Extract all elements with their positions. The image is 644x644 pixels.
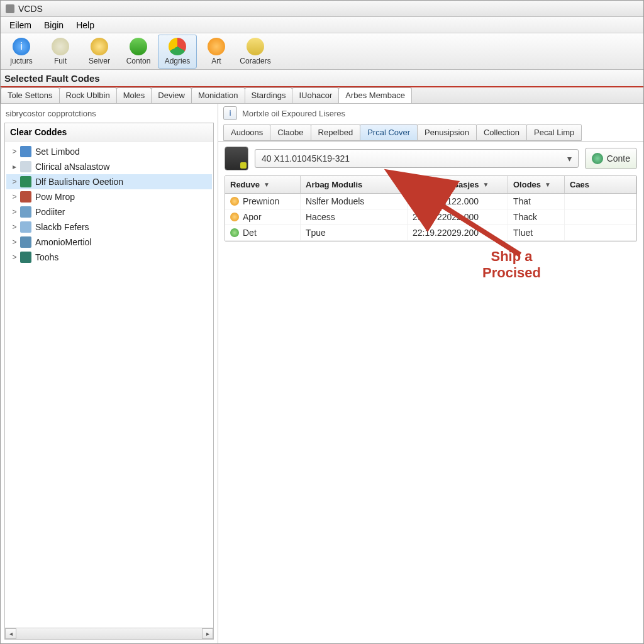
tree-expander-icon[interactable]: > (10, 253, 19, 262)
subtab-2[interactable]: Repelbed (311, 124, 361, 141)
tree-item-7[interactable]: >Toohs (6, 250, 212, 265)
toolbar-structures-button[interactable]: ijucturs (2, 35, 41, 69)
menu-help[interactable]: Help (70, 18, 101, 32)
dropdown-icon: ▼ (264, 181, 270, 188)
tree-expander-icon[interactable]: > (10, 223, 19, 231)
selector-row: 40 X11.01045K19-321 Conte (218, 142, 643, 175)
column-arbag[interactable]: Arbag Modulis (301, 176, 408, 193)
main-tab-7[interactable]: Arbes Membace (338, 87, 412, 103)
tree-panel: Clear Coddes >Set Limbod▸Clirical aNsala… (4, 123, 214, 640)
main-tab-strip: Tole SettonsRock UblbinMolesDeviewMonida… (1, 87, 643, 104)
toolbar-coraders-button[interactable]: Coraders (236, 35, 275, 69)
table-row[interactable]: DetTpue22:19.22029.200Tluet (225, 225, 636, 241)
info-icon: i (13, 38, 30, 55)
table-row[interactable]: AporHacess29.01 22022.000Thack (225, 209, 636, 225)
app-icon (6, 4, 14, 13)
tree-item-label: Podiiter (35, 207, 65, 217)
tree-item-label: Clirical aNsalastow (35, 162, 109, 172)
tree-expander-icon[interactable]: ▸ (10, 162, 19, 171)
scroll-track[interactable] (16, 628, 202, 639)
globe-icon (592, 153, 603, 164)
tree-item-label: Slackb Fefers (35, 222, 89, 232)
tree-item-6[interactable]: >AmonioMertiol (6, 235, 212, 250)
module-selector-combo[interactable]: 40 X11.01045K19-321 (255, 149, 579, 168)
dropdown-icon: ▼ (545, 181, 551, 188)
right-panel-label: i Mortxle oil Expoured Liseres (218, 104, 643, 123)
toolbar-server-button[interactable]: Seiver (80, 35, 119, 69)
main-tab-5[interactable]: Stardings (245, 87, 293, 103)
scroll-left-button[interactable]: ◂ (5, 628, 16, 639)
toolbar: ijucturs Fuit Seiver Conton Adgries Art … (1, 33, 643, 70)
tree-item-2[interactable]: >Dlf Baulishare Oeetion (6, 174, 212, 189)
status-icon (230, 228, 239, 237)
subtab-4[interactable]: Penusipsion (417, 124, 477, 141)
subtab-3[interactable]: Prcal Cover (360, 124, 418, 141)
window-title: VCDS (18, 4, 43, 14)
tree-expander-icon[interactable]: > (10, 177, 19, 186)
tree-node-icon (20, 221, 31, 233)
left-breadcrumb: sibrycostor copprotctions (1, 104, 218, 123)
menu-begin[interactable]: Bigin (38, 18, 70, 32)
column-uaf[interactable]: UAF Seell Sasjes▼ (408, 176, 508, 193)
tree-node-icon (20, 252, 31, 263)
tree-item-0[interactable]: >Set Limbod (6, 144, 212, 159)
right-pane: i Mortxle oil Expoured Liseres AudoonsCl… (218, 104, 643, 643)
tree-horizontal-scrollbar[interactable]: ◂ ▸ (5, 628, 213, 639)
module-chip-icon[interactable] (225, 147, 248, 170)
document-icon (247, 38, 264, 55)
app-window: VCDS Eilem Bigin Help ijucturs Fuit Seiv… (0, 0, 644, 644)
tree-item-label: Toohs (35, 252, 58, 262)
scroll-right-button[interactable]: ▸ (202, 628, 213, 639)
tree-expander-icon[interactable]: > (10, 192, 19, 201)
main-tab-4[interactable]: Monidation (191, 87, 245, 103)
subtab-5[interactable]: Collection (476, 124, 527, 141)
menu-file[interactable]: Eilem (3, 18, 38, 32)
tree-item-5[interactable]: >Slackb Fefers (6, 219, 212, 235)
info-mini-button[interactable]: i (223, 106, 237, 120)
tree-node-icon (20, 146, 31, 157)
dropdown-icon: ▼ (483, 181, 489, 188)
grid-header-row: Reduve▼ Arbag Modulis UAF Seell Sasjes▼ … (225, 176, 636, 194)
toolbar-fuit-button[interactable]: Fuit (41, 35, 80, 69)
toolbar-conton-button[interactable]: Conton (119, 35, 158, 69)
table-row[interactable]: PrewnionNslfer Moduels65:01.22122.000Tha… (225, 194, 636, 209)
main-tab-1[interactable]: Rock Ublbin (59, 87, 117, 103)
tree-header[interactable]: Clear Coddes (5, 123, 213, 142)
column-reduve[interactable]: Reduve▼ (225, 176, 301, 193)
main-tab-0[interactable]: Tole Settons (1, 87, 60, 103)
data-grid: Reduve▼ Arbag Modulis UAF Seell Sasjes▼ … (225, 175, 637, 242)
tree-node-icon (20, 236, 31, 248)
tree-body[interactable]: >Set Limbod▸Clirical aNsalastow>Dlf Baul… (5, 142, 213, 628)
context-button[interactable]: Conte (585, 148, 637, 169)
section-header: Selected Fault Codes (1, 70, 643, 87)
column-caes[interactable]: Caes (565, 176, 636, 193)
column-olodes[interactable]: Olodes▼ (508, 176, 565, 193)
subtab-6[interactable]: Pecal Limp (526, 124, 582, 141)
tree-expander-icon[interactable]: > (10, 208, 19, 216)
tree-item-3[interactable]: >Pow Mrop (6, 189, 212, 204)
tree-item-4[interactable]: >Podiiter (6, 204, 212, 219)
subtab-0[interactable]: Audoons (223, 124, 270, 141)
subtab-1[interactable]: Claobe (270, 124, 311, 141)
tree-node-icon (20, 161, 31, 172)
tree-node-icon (20, 206, 31, 218)
tree-item-label: Pow Mrop (35, 192, 75, 202)
status-icon (230, 197, 239, 206)
section-title: Selected Fault Codes (4, 73, 100, 84)
title-bar[interactable]: VCDS (1, 1, 643, 17)
toolbar-art-button[interactable]: Art (197, 35, 236, 69)
annotation-text: Ship a Procised (482, 248, 541, 282)
tree-expander-icon[interactable]: > (10, 147, 19, 156)
tree-node-icon (20, 191, 31, 203)
flame-icon (208, 38, 225, 55)
main-tab-3[interactable]: Deview (151, 87, 192, 103)
tree-item-1[interactable]: ▸Clirical aNsalastow (6, 159, 212, 174)
main-tab-6[interactable]: IUohacor (292, 87, 339, 103)
status-icon (230, 213, 239, 221)
tree-item-label: Set Limbod (35, 147, 80, 157)
chrome-icon (169, 38, 186, 55)
left-pane: sibrycostor copprotctions Clear Coddes >… (1, 104, 218, 643)
tree-expander-icon[interactable]: > (10, 238, 19, 247)
main-tab-2[interactable]: Moles (116, 87, 152, 103)
toolbar-adgries-button[interactable]: Adgries (158, 35, 197, 69)
